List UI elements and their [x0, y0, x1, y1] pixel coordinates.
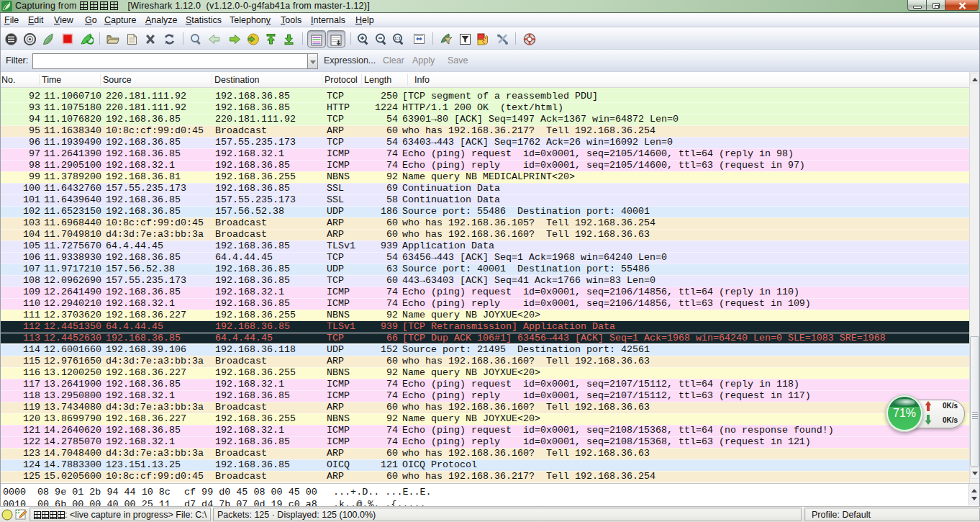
svg-text:1:1: 1:1 — [394, 35, 401, 40]
